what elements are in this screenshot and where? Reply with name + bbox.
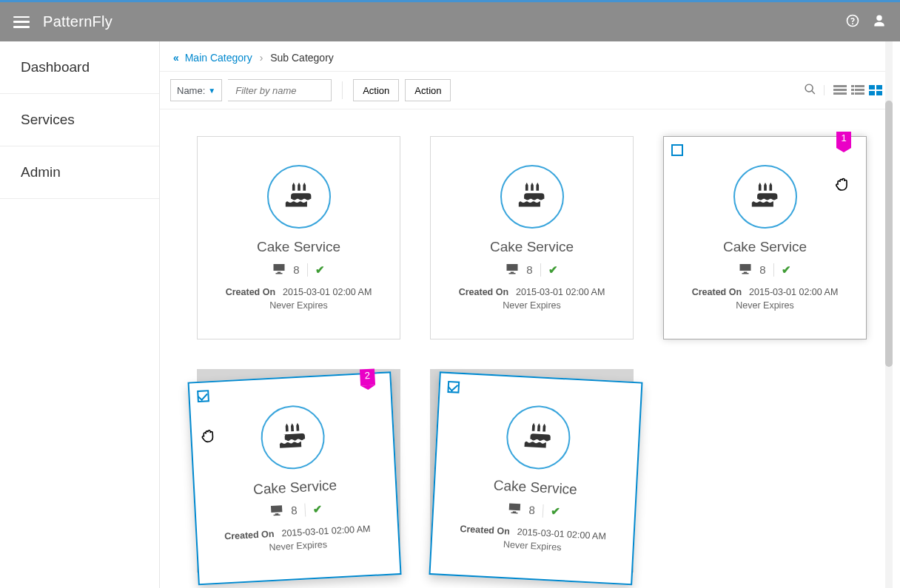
card-count: 8 bbox=[759, 263, 765, 276]
help-icon[interactable] bbox=[845, 13, 860, 30]
service-card[interactable]: 2 Cake Service 8 bbox=[188, 371, 402, 585]
card-count: 8 bbox=[528, 504, 535, 516]
created-date: 2015-03-01 02:00 AM bbox=[516, 287, 605, 297]
sidebar-item-dashboard[interactable]: Dashboard bbox=[0, 41, 159, 94]
svg-rect-2 bbox=[833, 92, 847, 95]
breadcrumb-current: Sub Category bbox=[270, 52, 334, 64]
card-checkbox[interactable] bbox=[671, 144, 683, 156]
card-title: Cake Service bbox=[257, 239, 340, 255]
service-card[interactable]: 1 Cake Service 8 bbox=[663, 136, 867, 339]
svg-rect-10 bbox=[876, 85, 882, 89]
filter-type-dropdown[interactable]: Name: ▼ bbox=[170, 79, 222, 101]
card-expiry: Never Expires bbox=[269, 539, 327, 552]
monitor-icon bbox=[739, 263, 752, 277]
svg-rect-7 bbox=[851, 92, 854, 95]
created-label: Created On bbox=[460, 524, 510, 537]
created-date: 2015-03-01 02:00 AM bbox=[517, 527, 606, 541]
breadcrumb-parent-link[interactable]: Main Category bbox=[185, 52, 252, 64]
grab-cursor-icon bbox=[835, 175, 850, 192]
card-expiry: Never Expires bbox=[269, 300, 328, 311]
service-icon-ring bbox=[500, 165, 564, 229]
action-button-1[interactable]: Action bbox=[353, 79, 399, 101]
main-content: « Main Category › Sub Category Name: ▼ A… bbox=[160, 41, 900, 588]
svg-rect-1 bbox=[833, 89, 847, 91]
card-checkbox[interactable] bbox=[447, 381, 460, 393]
brand-title: PatternFly bbox=[43, 13, 113, 30]
card-count: 8 bbox=[526, 263, 532, 276]
check-icon: ✔ bbox=[315, 263, 325, 277]
svg-rect-5 bbox=[851, 89, 854, 91]
svg-rect-0 bbox=[833, 85, 847, 87]
svg-rect-12 bbox=[876, 91, 882, 95]
cake-icon bbox=[521, 421, 555, 454]
grab-cursor-icon bbox=[201, 427, 216, 444]
caret-down-icon: ▼ bbox=[208, 87, 215, 95]
service-icon-ring bbox=[259, 404, 326, 470]
service-icon-ring bbox=[733, 165, 797, 229]
toolbar-divider bbox=[342, 81, 343, 99]
card-expiry: Never Expires bbox=[736, 300, 794, 311]
view-card-icon[interactable] bbox=[869, 85, 882, 95]
menu-toggle-icon[interactable] bbox=[13, 16, 30, 28]
card-expiry: Never Expires bbox=[503, 300, 561, 311]
created-label: Created On bbox=[224, 529, 275, 542]
top-bar: PatternFly bbox=[0, 0, 900, 41]
service-icon-ring bbox=[505, 404, 571, 470]
filter-input[interactable] bbox=[228, 79, 332, 101]
svg-rect-6 bbox=[855, 89, 864, 91]
breadcrumb-back-icon[interactable]: « bbox=[173, 52, 179, 64]
card-title: Cake Service bbox=[723, 239, 807, 255]
created-date: 2015-03-01 02:00 AM bbox=[281, 524, 371, 538]
card-count: 8 bbox=[291, 504, 298, 516]
search-icon[interactable] bbox=[804, 83, 816, 98]
filter-type-label: Name: bbox=[177, 85, 205, 96]
card-title: Cake Service bbox=[493, 477, 577, 498]
selection-badge: 2 bbox=[360, 368, 375, 385]
svg-rect-3 bbox=[851, 85, 854, 87]
card-checkbox[interactable] bbox=[197, 390, 209, 402]
check-icon: ✔ bbox=[312, 502, 323, 516]
svg-rect-9 bbox=[869, 85, 875, 89]
check-icon: ✔ bbox=[550, 504, 560, 518]
cake-icon bbox=[283, 181, 315, 213]
card-expiry: Never Expires bbox=[503, 539, 562, 552]
cake-icon bbox=[275, 421, 309, 454]
service-card[interactable]: Cake Service 8 ✔ Created On2015-03-01 02… bbox=[197, 136, 400, 339]
breadcrumb-separator: › bbox=[255, 52, 268, 64]
monitor-icon bbox=[508, 501, 522, 516]
check-icon: ✔ bbox=[548, 263, 558, 277]
card-title: Cake Service bbox=[490, 239, 574, 255]
created-label: Created On bbox=[226, 287, 275, 297]
scrollbar-thumb[interactable] bbox=[885, 101, 893, 367]
selection-badge: 1 bbox=[836, 132, 851, 148]
card-title: Cake Service bbox=[253, 477, 338, 498]
created-date: 2015-03-01 02:00 AM bbox=[283, 287, 372, 297]
svg-rect-4 bbox=[855, 85, 864, 87]
action-button-2[interactable]: Action bbox=[405, 79, 451, 101]
user-icon[interactable] bbox=[872, 13, 887, 30]
created-label: Created On bbox=[459, 287, 508, 297]
card-grid: Cake Service 8 ✔ Created On2015-03-01 02… bbox=[160, 109, 893, 588]
created-date: 2015-03-01 02:00 AM bbox=[749, 287, 838, 297]
monitor-icon bbox=[272, 263, 286, 277]
sidebar: Dashboard Services Admin bbox=[0, 41, 160, 588]
service-card[interactable]: Cake Service 8 ✔ Created On2015-03-01 02… bbox=[430, 136, 634, 339]
card-count: 8 bbox=[293, 263, 299, 276]
breadcrumb: « Main Category › Sub Category bbox=[160, 41, 893, 71]
sidebar-item-admin[interactable]: Admin bbox=[0, 146, 159, 199]
view-detail-icon[interactable] bbox=[851, 85, 864, 95]
created-label: Created On bbox=[692, 287, 742, 297]
scrollbar-track[interactable] bbox=[885, 41, 893, 588]
view-list-icon[interactable] bbox=[833, 85, 847, 95]
cake-icon bbox=[516, 181, 548, 213]
sidebar-item-services[interactable]: Services bbox=[0, 94, 159, 146]
monitor-icon bbox=[506, 263, 519, 277]
service-icon-ring bbox=[267, 165, 331, 229]
toolbar: Name: ▼ Action Action bbox=[160, 71, 893, 109]
check-icon: ✔ bbox=[782, 263, 791, 277]
svg-rect-11 bbox=[869, 91, 875, 95]
service-card[interactable]: Cake Service 8 ✔ Created On2015-03-01 02… bbox=[429, 371, 642, 585]
monitor-icon bbox=[270, 504, 284, 518]
cake-icon bbox=[749, 181, 782, 213]
svg-rect-8 bbox=[855, 92, 864, 95]
